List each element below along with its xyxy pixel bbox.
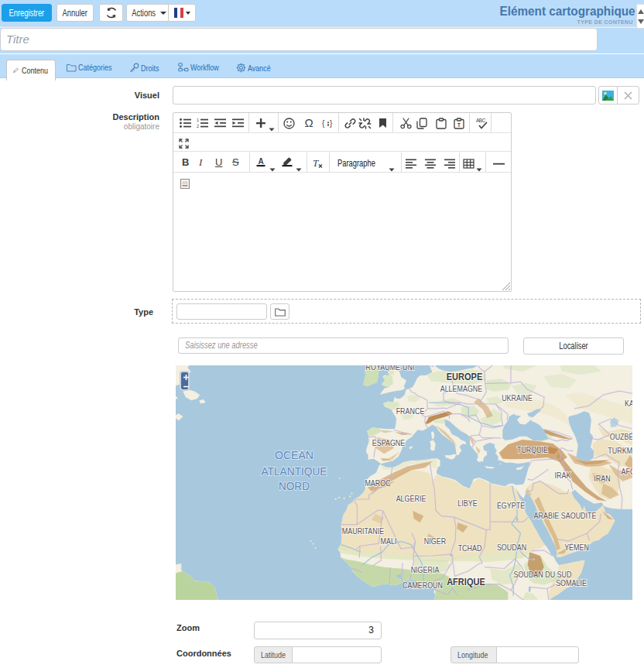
svg-text:T: T	[457, 122, 461, 128]
svg-text:FRANCE: FRANCE	[396, 406, 425, 416]
svg-text:LIBYE: LIBYE	[457, 498, 477, 508]
svg-text:1: 1	[197, 118, 199, 122]
svg-text:KA: KA	[625, 399, 632, 408]
svg-text:TURKMÉNISTA: TURKMÉNISTA	[608, 446, 632, 455]
svg-text:SOMALIE: SOMALIE	[556, 578, 587, 587]
svg-text:IRAN: IRAN	[594, 474, 610, 483]
svg-text:ATLANTIQUE: ATLANTIQUE	[262, 464, 327, 478]
svg-text:YÉMEN: YÉMEN	[564, 543, 589, 552]
svg-text:}: }	[330, 119, 333, 128]
svg-text:T: T	[313, 157, 319, 168]
svg-text:ÉGYPTE: ÉGYPTE	[497, 501, 525, 510]
svg-text:MAROC: MAROC	[365, 478, 391, 488]
svg-text:ARABIE SAOUDITE: ARABIE SAOUDITE	[534, 511, 597, 520]
svg-text:A: A	[258, 157, 263, 166]
svg-text:OUZBÉKIST: OUZBÉKIST	[610, 432, 632, 441]
svg-text:ALLEMAGNE: ALLEMAGNE	[440, 384, 483, 393]
svg-text:NIGERIA: NIGERIA	[411, 565, 440, 574]
svg-text:IRAK: IRAK	[555, 471, 571, 480]
svg-text:TURQUIE: TURQUIE	[517, 445, 548, 454]
svg-text:MALI: MALI	[381, 536, 397, 546]
svg-text:OCEAN: OCEAN	[275, 448, 313, 461]
svg-text:ROYAUME-UNI: ROYAUME-UNI	[366, 365, 415, 372]
svg-text:SOUDAN: SOUDAN	[497, 543, 526, 552]
svg-text:Ω: Ω	[304, 118, 313, 128]
svg-text:2: 2	[197, 124, 199, 128]
svg-text:ABC: ABC	[476, 118, 486, 123]
svg-text:{: {	[322, 119, 325, 128]
svg-text:NIGER: NIGER	[424, 536, 447, 546]
svg-text:CAMEROUN: CAMEROUN	[402, 581, 443, 590]
svg-text:UKRAINE: UKRAINE	[502, 393, 533, 403]
svg-text:AFRIQUE: AFRIQUE	[447, 576, 485, 587]
svg-text:NORD: NORD	[279, 479, 310, 492]
svg-text:ESPAGNE: ESPAGNE	[372, 438, 406, 447]
svg-text:ALGÉRIE: ALGÉRIE	[396, 494, 426, 503]
svg-text:TCHAD: TCHAD	[458, 543, 482, 553]
svg-text:EUROPE: EUROPE	[447, 371, 483, 382]
svg-text:AFGH: AFGH	[622, 467, 632, 476]
svg-text:MAURITANIE: MAURITANIE	[342, 526, 384, 536]
